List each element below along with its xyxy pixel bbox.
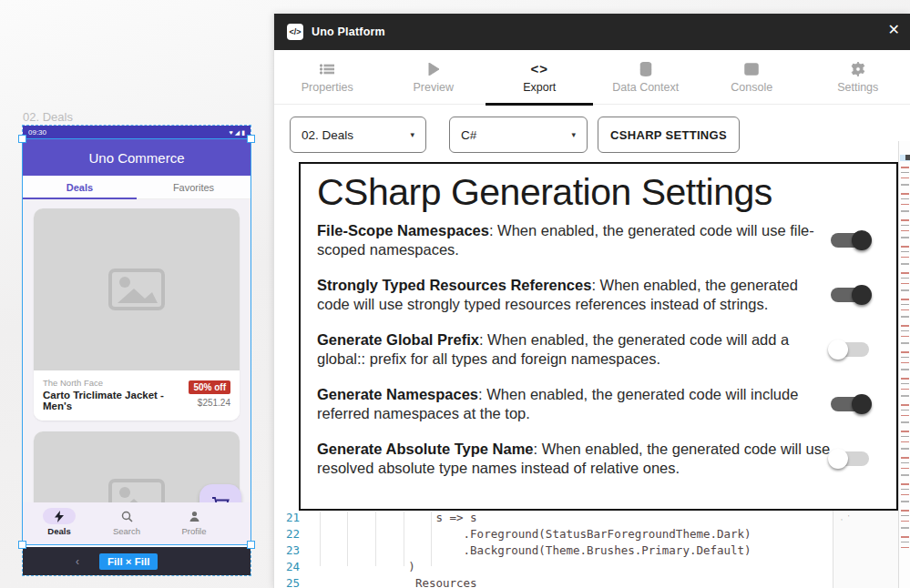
battery-icon: ▮ [241, 129, 245, 136]
phone-preview[interactable]: 09:30 ♥◢▮ Uno Commerce Deals Favorites [22, 125, 251, 576]
signal-icon: ◢ [235, 129, 240, 136]
database-icon [639, 61, 652, 77]
wifi-icon: ♥ [230, 129, 233, 136]
language-select[interactable]: C# ▾ [449, 117, 588, 153]
tab-export[interactable]: <> Export [486, 50, 593, 104]
nav-item-deals[interactable]: Deals [36, 508, 83, 536]
list-icon [320, 61, 334, 77]
status-time: 09:30 [28, 128, 46, 137]
gutter-marks: , ' [841, 514, 851, 521]
nav-item-search[interactable]: Search [103, 508, 150, 536]
product-title: Carto Triclimate Jacket - Men's [43, 390, 189, 411]
setting-row: Generate Namespaces: When enabled, the g… [317, 385, 880, 424]
csharp-settings-dialog: CSharp Generation Settings File-Scope Na… [299, 162, 898, 511]
app-bar: Uno Commerce [23, 139, 251, 176]
toggle-generate-namespaces[interactable] [831, 393, 869, 415]
play-icon [428, 61, 439, 77]
dialog-title: CSharp Generation Settings [317, 171, 880, 214]
back-chevron-icon[interactable]: ‹ [76, 555, 79, 568]
close-icon[interactable]: ✕ [888, 23, 900, 37]
panel-title: Uno Platform [312, 25, 385, 38]
status-icons: ♥◢▮ [230, 129, 245, 136]
code-line: 21 s => s [274, 510, 833, 526]
code-line: 22 .Foreground(StatusBarForegroundTheme.… [274, 526, 833, 542]
setting-row: Generate Absolute Type Name: When enable… [317, 440, 880, 479]
app-title: Uno Commerce [88, 150, 184, 166]
setting-row: Generate Global Prefix: When enabled, th… [317, 330, 880, 370]
product-brand: The North Face [43, 378, 189, 388]
discount-badge: 50% off [189, 380, 230, 394]
code-line: 23 .Background(Theme.Brushes.Primary.Def… [274, 542, 833, 559]
screen: 02. Deals 09:30 ♥◢▮ Uno Commerce Deals F… [0, 0, 910, 588]
image-placeholder-icon [108, 269, 165, 310]
uno-platform-panel: </> Uno Platform ✕ Properties Preview <>… [273, 14, 910, 588]
gear-icon [851, 61, 865, 77]
setting-name: Generate Absolute Type Name [317, 441, 534, 457]
app-tab-favorites[interactable]: Favorites [137, 176, 251, 198]
setting-row: File-Scope Namespaces: When enabled, the… [317, 221, 880, 260]
setting-name: Generate Namespaces [317, 386, 478, 402]
code-minimap[interactable] [898, 141, 910, 588]
product-price: $251.24 [189, 398, 230, 408]
nav-item-profile[interactable]: Profile [170, 508, 218, 536]
screen-select[interactable]: 02. Deals ▾ [290, 117, 426, 153]
toggle-generate-absolute-type-name[interactable] [831, 448, 869, 470]
app-tabs: Deals Favorites [23, 176, 251, 199]
setting-row: Strongly Typed Resources References: Whe… [317, 276, 880, 315]
tab-preview[interactable]: Preview [381, 50, 487, 104]
product-info: The North Face Carto Triclimate Jacket -… [34, 370, 240, 421]
image-placeholder-icon [108, 479, 165, 502]
phone-status-bar: 09:30 ♥◢▮ [23, 126, 251, 139]
panel-header: </> Uno Platform ✕ [274, 14, 910, 50]
export-toolbar: 02. Deals ▾ C# ▾ CSHARP SETTINGS [274, 112, 910, 159]
code-line: 24 ) [274, 559, 833, 575]
terminal-icon [744, 61, 759, 77]
setting-name: File-Scope Namespaces [317, 222, 489, 238]
toggle-file-scope-namespaces[interactable] [831, 229, 869, 251]
panel-tabs: Properties Preview <> Export Data Contex… [274, 50, 910, 105]
artboard-label: 02. Deals [23, 110, 73, 124]
chevron-down-icon: ▾ [571, 130, 576, 139]
size-chip[interactable]: Fill × Fill [99, 553, 158, 570]
minimap-code [901, 167, 909, 549]
code-editor[interactable]: 21 s => s 22 .Foreground(StatusBarForegr… [274, 510, 833, 588]
deals-list[interactable]: The North Face Carto Triclimate Jacket -… [23, 199, 251, 502]
product-image-placeholder [34, 208, 240, 370]
search-icon [110, 508, 143, 524]
code-brand-icon: </> [287, 24, 303, 40]
editor-gutter: , ' [833, 510, 898, 588]
chevron-down-icon: ▾ [410, 130, 414, 139]
bolt-icon [43, 508, 76, 524]
tab-console[interactable]: Console [699, 50, 805, 104]
toggle-strongly-typed-resources[interactable] [831, 284, 869, 306]
tab-settings[interactable]: Settings [805, 50, 910, 104]
profile-icon [178, 508, 210, 524]
csharp-settings-button[interactable]: CSHARP SETTINGS [598, 117, 740, 153]
setting-name: Strongly Typed Resources References [317, 277, 591, 293]
code-icon: <> [530, 61, 548, 77]
tab-properties[interactable]: Properties [274, 50, 381, 104]
setting-name: Generate Global Prefix [317, 331, 479, 348]
tab-data-context[interactable]: Data Context [593, 50, 700, 104]
preview-toolbar: ‹ Fill × Fill [23, 547, 251, 575]
product-card[interactable]: The North Face Carto Triclimate Jacket -… [34, 208, 240, 421]
minimap-corner [905, 155, 910, 160]
toggle-generate-global-prefix[interactable] [831, 339, 869, 360]
app-tab-deals[interactable]: Deals [23, 176, 137, 198]
code-line: 25 Resources [274, 575, 833, 588]
bottom-nav: Deals Search Profile [23, 502, 251, 544]
